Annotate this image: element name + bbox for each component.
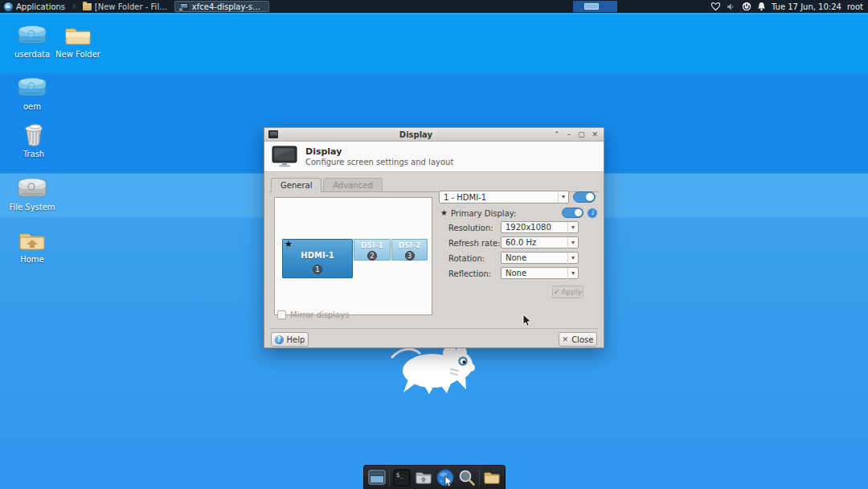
tab-advanced[interactable]: Advanced (323, 178, 382, 192)
maximize-button[interactable]: ▢ (578, 130, 585, 138)
reflection-select[interactable]: None ▾ (501, 267, 579, 279)
output-select-value: 1 - HDMI-1 (444, 193, 486, 202)
primary-display-label: Primary Display: (451, 209, 516, 218)
toggle-knob (575, 209, 582, 216)
home-folder-icon (15, 227, 49, 253)
top-panel: Applications ⁞⁞ [New Folder - File Mana.… (0, 0, 868, 13)
rotation-label: Rotation: (448, 254, 485, 263)
monitor-name: HDMI-1 (283, 251, 352, 260)
magnifier-icon (457, 468, 477, 487)
monitor-hdmi-1[interactable]: ★ HDMI-1 1 (282, 239, 353, 278)
check-icon: ✔ (554, 288, 560, 296)
resolution-value: 1920x1080 (506, 223, 551, 232)
close-x-icon: ✕ (563, 335, 569, 343)
output-select[interactable]: 1 - HDMI-1 ▾ (439, 191, 569, 203)
dropdown-arrow-icon: ▾ (567, 222, 578, 233)
file-manager-launcher[interactable] (414, 468, 433, 487)
close-window-button[interactable]: ✕ (592, 130, 598, 138)
monitor-name: DSI-2 (392, 241, 427, 249)
help-button-label: Help (287, 335, 305, 344)
desktop-icon-label: Home (3, 255, 61, 264)
panel-separator-handle: ⁞⁞ (71, 2, 77, 10)
refresh-rate-select[interactable]: 60.0 Hz ▾ (501, 236, 579, 249)
mirror-displays-checkbox[interactable] (277, 310, 286, 319)
desktop-icon-home[interactable]: Home (3, 227, 61, 264)
power-icon[interactable] (742, 2, 751, 11)
desktop-icon-label: oem (3, 102, 61, 111)
monitor-dsi-2[interactable]: DSI-2 3 (391, 239, 428, 261)
display-settings-window: Display ⌃ – ▢ ✕ Display Configure screen… (264, 127, 604, 348)
help-icon: ? (275, 335, 284, 344)
web-browser-launcher[interactable] (436, 468, 455, 487)
app-finder-launcher[interactable] (457, 468, 477, 487)
terminal-launcher[interactable]: $_ (392, 468, 411, 487)
desktop-icon-new-folder[interactable]: New Folder (49, 22, 107, 59)
folder-icon (83, 3, 92, 10)
xfce-mouse-logo (387, 343, 477, 394)
monitor-layout-canvas[interactable]: ★ HDMI-1 1 DSI-1 2 DSI-2 3 (274, 197, 432, 315)
desktop-icon-oem[interactable]: oem (3, 74, 61, 111)
clock[interactable]: Tue 17 Jun, 10:24 (772, 2, 841, 11)
taskbar-item-file-manager[interactable]: [New Folder - File Mana... (78, 1, 173, 12)
shade-button[interactable]: ⌃ (554, 130, 560, 138)
reflection-label: Reflection: (448, 269, 491, 278)
drive-icon (15, 74, 49, 101)
help-button[interactable]: ? Help (271, 332, 309, 347)
mirror-displays-label: Mirror displays (290, 310, 349, 319)
dropdown-arrow-icon: ▾ (567, 268, 578, 279)
info-icon[interactable]: i (588, 208, 597, 218)
rotation-select[interactable]: None ▾ (501, 252, 579, 264)
monitor-number-badge: 3 (405, 251, 415, 261)
close-button[interactable]: ✕ Close (559, 332, 597, 347)
volume-icon[interactable] (727, 2, 736, 11)
drive-icon (15, 22, 49, 48)
display-settings-icon (180, 3, 189, 10)
applications-menu-button[interactable]: Applications (0, 0, 71, 13)
window-titlebar[interactable]: Display ⌃ – ▢ ✕ (264, 128, 604, 142)
apply-button[interactable]: ✔ Apply (552, 286, 583, 298)
mouse-cursor (522, 314, 532, 327)
button-area-divider (269, 328, 599, 329)
taskbar-item-display-settings[interactable]: xfce4-display-settings (174, 1, 269, 12)
dialog-header-subtitle: Configure screen settings and layout (305, 158, 453, 166)
apply-button-label: Apply (562, 288, 582, 296)
close-button-label: Close (571, 335, 593, 344)
dock-separator (389, 469, 390, 487)
mirror-displays-option[interactable]: Mirror displays (277, 310, 349, 319)
output-enabled-toggle[interactable] (573, 191, 596, 203)
svg-text:$_: $_ (396, 472, 403, 479)
tab-general[interactable]: General (271, 178, 321, 192)
taskbar-item-label: [New Folder - File Mana... (95, 2, 168, 11)
heart-icon[interactable] (710, 2, 721, 11)
monitor-dsi-1[interactable]: DSI-1 2 (354, 239, 391, 261)
window-count-badge (178, 7, 183, 12)
dialog-header: Display Configure screen settings and la… (264, 142, 604, 172)
distro-logo-icon (4, 2, 13, 11)
bell-icon[interactable] (757, 2, 766, 11)
primary-display-star-icon: ★ (440, 208, 448, 217)
show-desktop-button[interactable] (367, 468, 387, 487)
dropdown-arrow-icon: ▾ (567, 253, 578, 264)
desktop-icon-label: File System (3, 203, 61, 212)
session-user-label[interactable]: root (847, 2, 863, 11)
desktop-window-icon (367, 468, 387, 487)
system-tray: Tue 17 Jun, 10:24 root (710, 0, 868, 13)
desktop-icon-trash[interactable]: Trash (5, 122, 63, 158)
resolution-select[interactable]: 1920x1080 ▾ (501, 221, 579, 233)
folder-icon (482, 468, 502, 487)
folder-icon (61, 22, 95, 48)
mouse-cursor-on-dock (444, 475, 453, 487)
desktop-icon-label: Trash (5, 150, 63, 158)
primary-display-toggle[interactable] (562, 208, 583, 218)
desktop-icon-file-system[interactable]: File System (3, 175, 61, 212)
refresh-rate-label: Refresh rate: (448, 239, 501, 248)
minimize-button[interactable]: – (567, 130, 571, 138)
tab-bar: General Advanced (271, 178, 383, 192)
desktop-icon-label: New Folder (49, 50, 107, 59)
dropdown-arrow-icon: ▾ (567, 237, 578, 249)
folder-launcher[interactable] (482, 468, 502, 487)
dropdown-arrow-icon: ▾ (558, 191, 568, 203)
workspace-switcher[interactable] (573, 1, 617, 12)
display-header-icon (272, 146, 297, 168)
primary-star-icon: ★ (285, 239, 293, 249)
